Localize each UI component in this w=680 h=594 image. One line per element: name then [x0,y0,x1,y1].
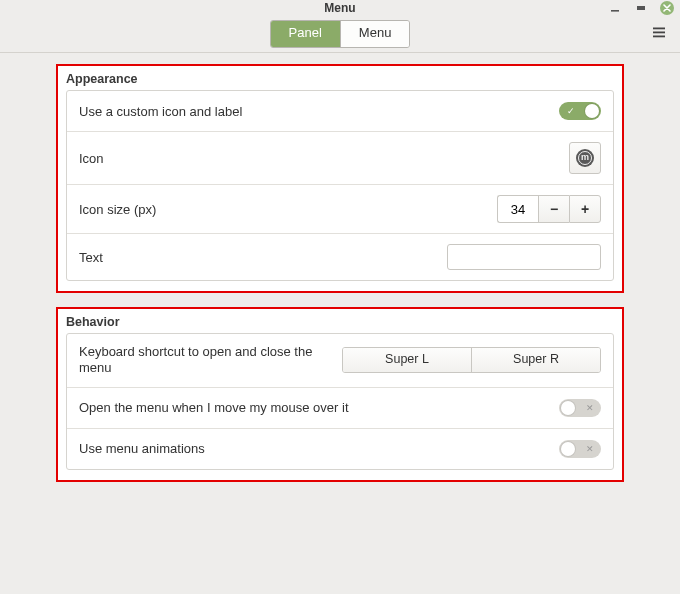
minimize-icon [610,3,620,13]
custom-icon-toggle[interactable]: ✓ [559,102,601,120]
icon-size-decrement[interactable]: − [538,195,569,223]
window-title: Menu [324,0,355,16]
custom-icon-label: Use a custom icon and label [79,104,559,119]
icon-size-stepper: − + [497,195,601,223]
row-custom-icon-and-label: Use a custom icon and label ✓ [67,91,613,131]
icon-size-input[interactable] [497,195,538,223]
window-controls [608,0,674,16]
svg-rect-3 [653,28,665,30]
behavior-list: Keyboard shortcut to open and close the … [66,333,614,470]
shortcut-picker: Super L Super R [342,347,601,373]
row-open-on-hover: Open the menu when I move my mouse over … [67,387,613,428]
icon-size-increment[interactable]: + [569,195,601,223]
tab-panel[interactable]: Panel [271,21,340,47]
row-text: Text [67,233,613,280]
cross-icon: ✕ [586,403,594,413]
hamburger-icon [652,27,666,39]
shortcut-right-button[interactable]: Super R [471,348,600,372]
appearance-list: Use a custom icon and label ✓ Icon m [66,90,614,281]
behavior-panel: Behavior Keyboard shortcut to open and c… [56,307,624,482]
shortcut-left-button[interactable]: Super L [343,348,471,372]
open-on-hover-toggle[interactable]: ✕ [559,399,601,417]
svg-rect-2 [641,6,645,10]
svg-rect-5 [653,36,665,38]
open-on-hover-label: Open the menu when I move my mouse over … [79,400,559,415]
titlebar: Menu [0,0,680,16]
view-tabs: Panel Menu [270,20,411,48]
appearance-panel: Appearance Use a custom icon and label ✓… [56,64,624,293]
close-button[interactable] [660,1,674,15]
menu-animations-toggle[interactable]: ✕ [559,440,601,458]
svg-rect-4 [653,32,665,34]
mint-logo-icon: m [576,149,594,167]
row-icon-size: Icon size (px) − + [67,184,613,233]
toggle-knob [585,104,599,118]
text-field[interactable] [447,244,601,270]
icon-picker-button[interactable]: m [569,142,601,174]
toggle-knob [561,442,575,456]
minimize-button[interactable] [608,1,622,15]
close-icon [663,4,671,12]
toggle-knob [561,401,575,415]
row-keyboard-shortcut: Keyboard shortcut to open and close the … [67,334,613,387]
icon-size-label: Icon size (px) [79,202,497,217]
hamburger-button[interactable] [652,27,666,42]
cross-icon: ✕ [586,444,594,454]
workarea: Appearance Use a custom icon and label ✓… [0,52,680,594]
shortcut-label: Keyboard shortcut to open and close the … [79,344,339,377]
menu-animations-label: Use menu animations [79,441,559,456]
maximize-icon [636,3,646,13]
svg-rect-1 [637,6,641,10]
check-icon: ✓ [567,106,575,116]
maximize-button[interactable] [634,1,648,15]
svg-rect-0 [611,10,619,12]
row-icon: Icon m [67,131,613,184]
behavior-title: Behavior [58,309,622,333]
tab-menu[interactable]: Menu [340,21,410,47]
tabstrip: Panel Menu [0,16,680,53]
row-menu-animations: Use menu animations ✕ [67,428,613,469]
text-label: Text [79,250,447,265]
appearance-title: Appearance [58,66,622,90]
icon-label: Icon [79,151,569,166]
